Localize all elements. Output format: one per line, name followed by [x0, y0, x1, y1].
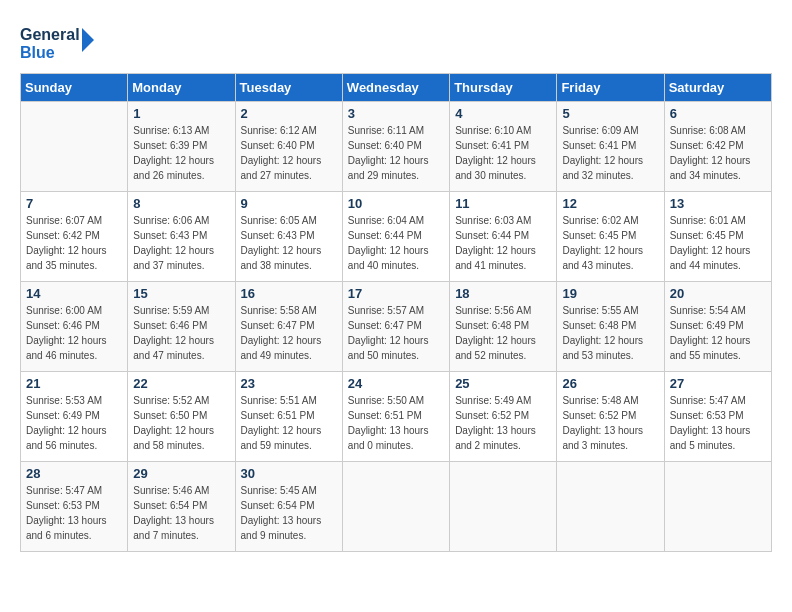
calendar-cell: 24Sunrise: 5:50 AMSunset: 6:51 PMDayligh…: [342, 372, 449, 462]
day-info: Sunrise: 5:52 AMSunset: 6:50 PMDaylight:…: [133, 393, 229, 453]
calendar-table: SundayMondayTuesdayWednesdayThursdayFrid…: [20, 73, 772, 552]
day-number: 11: [455, 196, 551, 211]
day-number: 22: [133, 376, 229, 391]
calendar-cell: 25Sunrise: 5:49 AMSunset: 6:52 PMDayligh…: [450, 372, 557, 462]
logo: GeneralBlue: [20, 20, 100, 65]
day-number: 10: [348, 196, 444, 211]
day-number: 1: [133, 106, 229, 121]
day-number: 20: [670, 286, 766, 301]
calendar-cell: 17Sunrise: 5:57 AMSunset: 6:47 PMDayligh…: [342, 282, 449, 372]
calendar-cell: 12Sunrise: 6:02 AMSunset: 6:45 PMDayligh…: [557, 192, 664, 282]
day-info: Sunrise: 5:47 AMSunset: 6:53 PMDaylight:…: [670, 393, 766, 453]
calendar-cell: 6Sunrise: 6:08 AMSunset: 6:42 PMDaylight…: [664, 102, 771, 192]
calendar-week-row: 7Sunrise: 6:07 AMSunset: 6:42 PMDaylight…: [21, 192, 772, 282]
calendar-cell: [450, 462, 557, 552]
calendar-week-row: 28Sunrise: 5:47 AMSunset: 6:53 PMDayligh…: [21, 462, 772, 552]
calendar-cell: 18Sunrise: 5:56 AMSunset: 6:48 PMDayligh…: [450, 282, 557, 372]
day-number: 12: [562, 196, 658, 211]
calendar-cell: 7Sunrise: 6:07 AMSunset: 6:42 PMDaylight…: [21, 192, 128, 282]
day-info: Sunrise: 6:07 AMSunset: 6:42 PMDaylight:…: [26, 213, 122, 273]
day-number: 5: [562, 106, 658, 121]
calendar-body: 1Sunrise: 6:13 AMSunset: 6:39 PMDaylight…: [21, 102, 772, 552]
day-info: Sunrise: 5:45 AMSunset: 6:54 PMDaylight:…: [241, 483, 337, 543]
weekday-header: Saturday: [664, 74, 771, 102]
calendar-cell: 1Sunrise: 6:13 AMSunset: 6:39 PMDaylight…: [128, 102, 235, 192]
calendar-cell: 2Sunrise: 6:12 AMSunset: 6:40 PMDaylight…: [235, 102, 342, 192]
calendar-cell: [21, 102, 128, 192]
day-number: 3: [348, 106, 444, 121]
day-number: 8: [133, 196, 229, 211]
day-info: Sunrise: 5:57 AMSunset: 6:47 PMDaylight:…: [348, 303, 444, 363]
day-number: 26: [562, 376, 658, 391]
day-number: 13: [670, 196, 766, 211]
weekday-header: Sunday: [21, 74, 128, 102]
day-number: 14: [26, 286, 122, 301]
svg-marker-2: [82, 28, 94, 52]
page-header: GeneralBlue: [20, 20, 772, 65]
logo-svg: GeneralBlue: [20, 20, 100, 65]
calendar-cell: [342, 462, 449, 552]
weekday-header: Wednesday: [342, 74, 449, 102]
day-number: 18: [455, 286, 551, 301]
calendar-cell: 27Sunrise: 5:47 AMSunset: 6:53 PMDayligh…: [664, 372, 771, 462]
calendar-cell: 4Sunrise: 6:10 AMSunset: 6:41 PMDaylight…: [450, 102, 557, 192]
day-number: 16: [241, 286, 337, 301]
weekday-header: Monday: [128, 74, 235, 102]
day-info: Sunrise: 6:08 AMSunset: 6:42 PMDaylight:…: [670, 123, 766, 183]
calendar-cell: 11Sunrise: 6:03 AMSunset: 6:44 PMDayligh…: [450, 192, 557, 282]
calendar-cell: [557, 462, 664, 552]
calendar-week-row: 14Sunrise: 6:00 AMSunset: 6:46 PMDayligh…: [21, 282, 772, 372]
day-number: 4: [455, 106, 551, 121]
day-info: Sunrise: 5:50 AMSunset: 6:51 PMDaylight:…: [348, 393, 444, 453]
calendar-cell: 8Sunrise: 6:06 AMSunset: 6:43 PMDaylight…: [128, 192, 235, 282]
day-number: 17: [348, 286, 444, 301]
calendar-cell: 30Sunrise: 5:45 AMSunset: 6:54 PMDayligh…: [235, 462, 342, 552]
day-info: Sunrise: 5:53 AMSunset: 6:49 PMDaylight:…: [26, 393, 122, 453]
calendar-week-row: 1Sunrise: 6:13 AMSunset: 6:39 PMDaylight…: [21, 102, 772, 192]
day-info: Sunrise: 5:56 AMSunset: 6:48 PMDaylight:…: [455, 303, 551, 363]
day-info: Sunrise: 6:13 AMSunset: 6:39 PMDaylight:…: [133, 123, 229, 183]
day-number: 2: [241, 106, 337, 121]
weekday-header: Tuesday: [235, 74, 342, 102]
day-info: Sunrise: 5:48 AMSunset: 6:52 PMDaylight:…: [562, 393, 658, 453]
day-info: Sunrise: 6:05 AMSunset: 6:43 PMDaylight:…: [241, 213, 337, 273]
day-number: 9: [241, 196, 337, 211]
day-info: Sunrise: 6:09 AMSunset: 6:41 PMDaylight:…: [562, 123, 658, 183]
day-number: 24: [348, 376, 444, 391]
day-info: Sunrise: 5:49 AMSunset: 6:52 PMDaylight:…: [455, 393, 551, 453]
calendar-cell: 15Sunrise: 5:59 AMSunset: 6:46 PMDayligh…: [128, 282, 235, 372]
day-number: 23: [241, 376, 337, 391]
svg-text:General: General: [20, 26, 80, 43]
svg-text:Blue: Blue: [20, 44, 55, 61]
day-info: Sunrise: 6:06 AMSunset: 6:43 PMDaylight:…: [133, 213, 229, 273]
day-number: 29: [133, 466, 229, 481]
calendar-cell: 5Sunrise: 6:09 AMSunset: 6:41 PMDaylight…: [557, 102, 664, 192]
day-info: Sunrise: 6:03 AMSunset: 6:44 PMDaylight:…: [455, 213, 551, 273]
day-info: Sunrise: 5:54 AMSunset: 6:49 PMDaylight:…: [670, 303, 766, 363]
day-info: Sunrise: 6:04 AMSunset: 6:44 PMDaylight:…: [348, 213, 444, 273]
calendar-cell: 23Sunrise: 5:51 AMSunset: 6:51 PMDayligh…: [235, 372, 342, 462]
day-info: Sunrise: 6:02 AMSunset: 6:45 PMDaylight:…: [562, 213, 658, 273]
day-info: Sunrise: 6:11 AMSunset: 6:40 PMDaylight:…: [348, 123, 444, 183]
calendar-cell: 28Sunrise: 5:47 AMSunset: 6:53 PMDayligh…: [21, 462, 128, 552]
calendar-cell: [664, 462, 771, 552]
calendar-week-row: 21Sunrise: 5:53 AMSunset: 6:49 PMDayligh…: [21, 372, 772, 462]
day-number: 6: [670, 106, 766, 121]
calendar-cell: 20Sunrise: 5:54 AMSunset: 6:49 PMDayligh…: [664, 282, 771, 372]
day-info: Sunrise: 6:12 AMSunset: 6:40 PMDaylight:…: [241, 123, 337, 183]
calendar-cell: 9Sunrise: 6:05 AMSunset: 6:43 PMDaylight…: [235, 192, 342, 282]
day-number: 21: [26, 376, 122, 391]
day-info: Sunrise: 5:46 AMSunset: 6:54 PMDaylight:…: [133, 483, 229, 543]
calendar-cell: 19Sunrise: 5:55 AMSunset: 6:48 PMDayligh…: [557, 282, 664, 372]
day-number: 25: [455, 376, 551, 391]
day-number: 15: [133, 286, 229, 301]
day-info: Sunrise: 6:01 AMSunset: 6:45 PMDaylight:…: [670, 213, 766, 273]
day-number: 7: [26, 196, 122, 211]
calendar-header-row: SundayMondayTuesdayWednesdayThursdayFrid…: [21, 74, 772, 102]
calendar-cell: 26Sunrise: 5:48 AMSunset: 6:52 PMDayligh…: [557, 372, 664, 462]
day-info: Sunrise: 6:10 AMSunset: 6:41 PMDaylight:…: [455, 123, 551, 183]
day-number: 30: [241, 466, 337, 481]
calendar-cell: 14Sunrise: 6:00 AMSunset: 6:46 PMDayligh…: [21, 282, 128, 372]
calendar-cell: 21Sunrise: 5:53 AMSunset: 6:49 PMDayligh…: [21, 372, 128, 462]
calendar-cell: 22Sunrise: 5:52 AMSunset: 6:50 PMDayligh…: [128, 372, 235, 462]
